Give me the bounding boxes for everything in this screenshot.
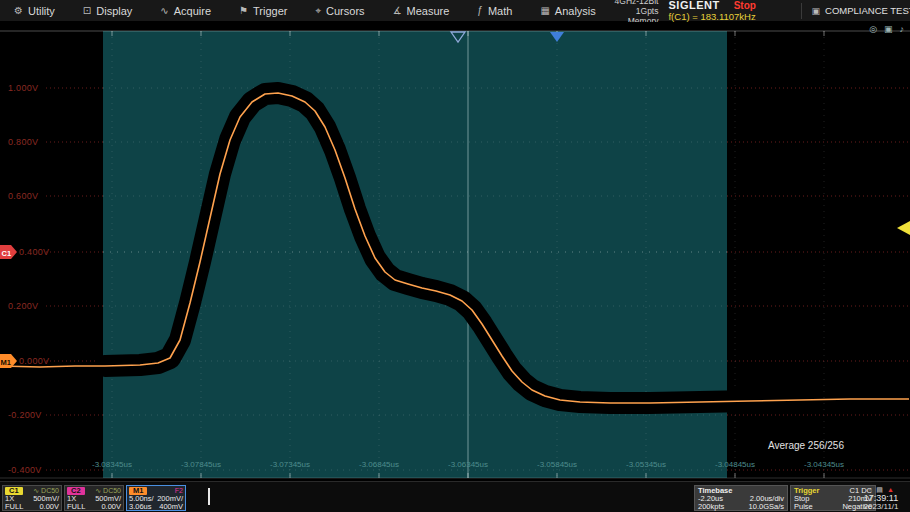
x-axis-label: -3.06845us: [347, 460, 411, 469]
waveform-display: C1 M1 1.000V 0.800V 0.600V 0.400V 0.200V…: [0, 22, 910, 481]
brand-block: SIGLENT Stop f(C1) = 183.1107kHz: [668, 0, 800, 22]
waveform-band: [105, 93, 750, 403]
svg-text:M1: M1: [1, 358, 11, 367]
menu-math[interactable]: ƒ Math: [463, 0, 526, 21]
y-axis-label: -0.400V: [8, 465, 50, 475]
compliance-test-button[interactable]: ▣ COMPLIANCE TEST: [801, 3, 910, 19]
c1-bandwidth: FULL: [5, 503, 23, 511]
channel-box-c1[interactable]: C1 ∿ DC50 1X500mV/ FULL0.00V: [2, 485, 62, 511]
timebase-box[interactable]: Timebase -2.20us2.00us/div 200kpts10.0GS…: [694, 485, 788, 511]
c1-offset: 0.00V: [39, 503, 59, 511]
m1-vpos: 400mV: [159, 503, 183, 511]
brand-logo: SIGLENT: [668, 0, 719, 11]
camera-icon[interactable]: ◎: [869, 24, 877, 34]
window-icon[interactable]: ▣: [884, 24, 893, 34]
cursor-icon: ⌖: [315, 5, 321, 17]
y-axis-label: 0.000V: [19, 356, 61, 366]
x-axis-label: -3.07345us: [258, 460, 322, 469]
spec-bandwidth: 4GHz-12Bit: [610, 0, 659, 6]
m1-hpos: 3.06us: [129, 503, 152, 511]
x-axis-label: -3.05345us: [614, 460, 678, 469]
x-axis-label: -3.08345us: [80, 460, 144, 469]
coupling-icon: ∿: [33, 487, 39, 494]
trigger-delay-marker[interactable]: [550, 32, 564, 42]
menu-cursors[interactable]: ⌖ Cursors: [301, 0, 378, 21]
menu-measure-label: Measure: [407, 5, 450, 17]
measure-icon: ∡: [393, 5, 402, 16]
x-axis-label: -3.06345us: [436, 460, 500, 469]
trigger-type: Pulse: [794, 503, 813, 511]
c2-bandwidth: FULL: [67, 503, 85, 511]
menu-display[interactable]: ⊡ Display: [69, 0, 146, 21]
clock-date: 2023/11/1: [854, 503, 908, 511]
math-box-m1[interactable]: M1 F2 5.00ns/200mV/ 3.06us400mV: [126, 485, 186, 511]
trigger-level-marker[interactable]: [897, 221, 910, 235]
x-axis-label: -3.05845us: [525, 460, 589, 469]
frequency-readout: f(C1) = 183.1107kHz: [668, 11, 792, 22]
y-axis-label: 1.000V: [8, 83, 50, 93]
menu-items: ⚙ Utility ⊡ Display ∿ Acquire ⚑ Trigger …: [0, 0, 610, 21]
horizontal-gridlines: [46, 88, 910, 470]
acquire-icon: ∿: [160, 5, 168, 16]
coupling-icon: ∿: [95, 487, 101, 494]
y-axis-label: 0.800V: [8, 137, 50, 147]
menu-acquire[interactable]: ∿ Acquire: [146, 0, 225, 21]
x-axis-label: -3.07845us: [169, 460, 233, 469]
sound-icon[interactable]: ♪: [900, 24, 905, 34]
x-axis-label: -3.04345us: [792, 460, 856, 469]
menu-analysis-label: Analysis: [555, 5, 596, 17]
analysis-icon: ▦: [540, 5, 549, 16]
status-cluster: 4GHz-12Bit 1Gpts Memory SIGLENT Stop f(C…: [610, 0, 910, 21]
c2-offset: 0.00V: [101, 503, 121, 511]
y-axis-label: -0.200V: [8, 410, 50, 420]
menu-bar: ⚙ Utility ⊡ Display ∿ Acquire ⚑ Trigger …: [0, 0, 910, 22]
menu-utility[interactable]: ⚙ Utility: [0, 0, 69, 21]
menu-trigger[interactable]: ⚑ Trigger: [225, 0, 301, 21]
menu-analysis[interactable]: ▦ Analysis: [526, 0, 609, 21]
average-count-readout: Average 256/256: [768, 440, 844, 451]
flag-icon: ⚑: [239, 5, 248, 16]
x-axis-label: -3.04845us: [703, 460, 767, 469]
c1-zero-marker[interactable]: C1: [0, 245, 17, 259]
trigger-position-outline-marker[interactable]: [451, 32, 465, 42]
compliance-icon: ▣: [812, 6, 821, 16]
clock-box: ⌁ ▤ ▲ 17:39:11 2023/11/1: [854, 485, 908, 511]
timebase-samplerate: 10.0GSa/s: [749, 503, 784, 511]
math-icon: ƒ: [477, 5, 483, 16]
menu-cursors-label: Cursors: [326, 5, 365, 17]
svg-text:C1: C1: [2, 249, 12, 258]
menu-math-label: Math: [488, 5, 512, 17]
channel-box-c2[interactable]: C2 ∿ DC50 1X500mV/ FULL0.00V: [64, 485, 124, 511]
display-icon: ⊡: [83, 5, 91, 16]
menu-display-label: Display: [96, 5, 132, 17]
menu-utility-label: Utility: [28, 5, 55, 17]
descriptor-divider: [208, 488, 210, 505]
acquisition-state[interactable]: Stop: [734, 0, 756, 11]
compliance-label: COMPLIANCE TEST: [825, 5, 910, 16]
y-axis-label: 0.400V: [19, 247, 61, 257]
y-axis-label: 0.200V: [8, 301, 50, 311]
menu-measure[interactable]: ∡ Measure: [379, 0, 464, 21]
graticule-layer: C1 M1: [0, 22, 910, 481]
y-axis-label: 0.600V: [8, 191, 50, 201]
gear-icon: ⚙: [14, 5, 23, 16]
descriptor-bar: C1 ∿ DC50 1X500mV/ FULL0.00V C2 ∿ DC50 1…: [0, 481, 910, 512]
record-icon: ▲: [887, 486, 894, 493]
menu-trigger-label: Trigger: [253, 5, 287, 17]
timebase-points: 200kpts: [698, 503, 724, 511]
menu-acquire-label: Acquire: [174, 5, 211, 17]
plot-corner-icons: ◎ ▣ ♪: [869, 24, 904, 34]
